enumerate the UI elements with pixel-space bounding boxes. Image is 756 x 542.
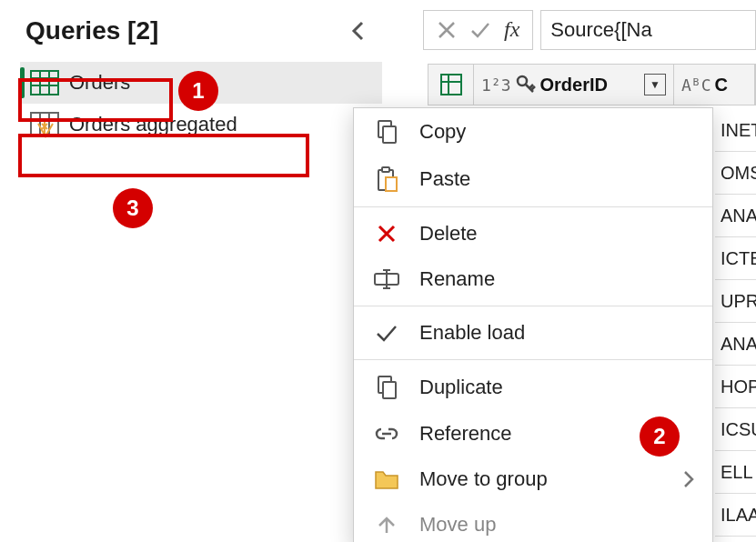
menu-rename[interactable]: Rename — [354, 256, 712, 302]
number-type-icon: 1²3 — [481, 75, 511, 95]
data-cell[interactable]: ANA — [715, 323, 756, 366]
queries-header: Queries [2] — [0, 0, 391, 62]
text-type-icon: AᴮC — [681, 75, 711, 95]
menu-move-to-group[interactable]: Move to group — [354, 457, 712, 502]
data-cell[interactable]: HOP — [715, 366, 756, 408]
accept-icon[interactable] — [469, 20, 491, 40]
menu-duplicate[interactable]: Duplicate — [354, 364, 712, 411]
menu-label: Copy — [419, 120, 466, 144]
menu-paste[interactable]: Paste — [354, 156, 712, 203]
data-cell[interactable]: ICTE — [715, 237, 756, 280]
menu-delete[interactable]: Delete — [354, 211, 712, 256]
svg-rect-21 — [383, 382, 396, 398]
data-preview: INET OMS ANA ICTE UPR ANA HOP ICSU ELL I… — [715, 109, 756, 537]
query-label: Orders aggregated — [69, 113, 237, 136]
menu-label: Delete — [419, 222, 478, 246]
formula-text: Source{[Na — [550, 18, 651, 42]
formula-area: fx Source{[Na — [423, 5, 756, 55]
table-icon — [29, 69, 60, 96]
menu-label: Enable load — [419, 321, 525, 345]
menu-separator — [354, 306, 712, 306]
move-up-icon — [370, 515, 403, 535]
data-cell[interactable]: UPR — [715, 280, 756, 323]
menu-label: Move to group — [419, 467, 548, 491]
menu-separator — [354, 206, 712, 207]
paste-icon — [370, 166, 403, 192]
check-icon — [370, 323, 403, 343]
annotation-badge-1: 1 — [178, 71, 218, 111]
table-corner-icon[interactable] — [428, 65, 474, 105]
queries-title: Queries [2] — [25, 16, 158, 45]
svg-rect-17 — [386, 177, 397, 191]
chevron-right-icon — [683, 470, 694, 488]
cancel-icon[interactable] — [437, 20, 457, 40]
annotation-badge-3: 3 — [113, 188, 153, 228]
rename-icon — [370, 268, 403, 290]
menu-enable-load[interactable]: Enable load — [354, 310, 712, 356]
fx-icon: fx — [504, 17, 519, 42]
folder-icon — [370, 468, 403, 490]
formula-toolbar: fx — [423, 10, 533, 50]
svg-rect-9 — [441, 75, 461, 95]
svg-rect-0 — [31, 71, 58, 95]
delete-icon — [370, 223, 403, 245]
column-label: C — [715, 75, 728, 95]
annotation-badge-2: 2 — [640, 417, 680, 457]
data-cell[interactable]: OMS — [715, 152, 756, 195]
menu-copy[interactable]: Copy — [354, 108, 712, 156]
duplicate-icon — [370, 375, 403, 400]
key-icon — [515, 74, 537, 95]
query-label: Orders — [69, 71, 130, 95]
context-menu: Copy Paste Delete Rename Enable load Dup… — [353, 107, 713, 542]
column-headers: 1²3 OrderID ▼ AᴮC C — [428, 64, 756, 105]
collapse-chevron-icon[interactable] — [344, 17, 371, 45]
menu-label: Paste — [419, 167, 470, 191]
column-orderid[interactable]: 1²3 OrderID ▼ — [474, 65, 674, 105]
svg-rect-14 — [383, 126, 396, 143]
dropdown-icon[interactable]: ▼ — [644, 74, 666, 95]
data-cell[interactable]: ELL — [715, 451, 756, 494]
menu-label: Move up — [419, 513, 496, 537]
menu-label: Rename — [419, 267, 495, 291]
column-label: OrderID — [540, 75, 608, 95]
reference-icon — [370, 424, 403, 444]
copy-icon — [370, 119, 403, 145]
formula-input[interactable]: Source{[Na — [540, 10, 756, 50]
column-second[interactable]: AᴮC C — [674, 65, 755, 105]
data-cell[interactable]: ICSU — [715, 408, 756, 451]
table-function-icon — [29, 111, 60, 138]
menu-separator — [354, 359, 712, 360]
menu-label: Duplicate — [419, 376, 503, 399]
menu-move-up[interactable]: Move up — [354, 502, 712, 542]
menu-label: Reference — [419, 422, 512, 446]
data-cell[interactable]: INET — [715, 109, 756, 152]
svg-rect-16 — [382, 167, 389, 172]
data-cell[interactable]: ILAA — [715, 494, 756, 537]
data-cell[interactable]: ANA — [715, 195, 756, 237]
